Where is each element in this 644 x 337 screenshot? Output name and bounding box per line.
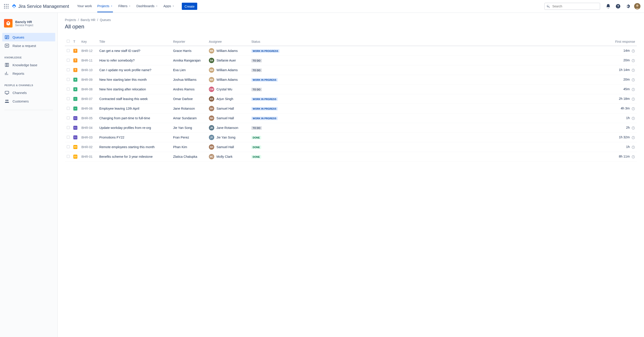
breadcrumb-project[interactable]: Bancly HR: [80, 18, 95, 22]
sidebar-item-customers[interactable]: Customers: [2, 97, 55, 105]
issue-title[interactable]: Promotions FY22: [99, 136, 124, 139]
col-header-assignee[interactable]: Assignee: [207, 38, 250, 46]
row-checkbox[interactable]: [67, 97, 70, 100]
table-row[interactable]: BHR-02 Remote employees starting this mo…: [65, 142, 637, 152]
sidebar-item-label: Channels: [12, 91, 26, 95]
nav-projects[interactable]: Projects: [94, 0, 116, 13]
header-icons: ?: [605, 3, 640, 10]
settings-icon[interactable]: [624, 3, 632, 10]
table-row[interactable]: BHR-04 Update workday profiles from re-o…: [65, 123, 637, 133]
table-row[interactable]: BHR-03 Promotions FY22 Fran Perez JYJie …: [65, 133, 637, 142]
issue-key[interactable]: BHR-11: [82, 59, 92, 62]
clock-icon: [632, 145, 635, 149]
row-checkbox[interactable]: [67, 59, 70, 62]
issue-key[interactable]: BHR-09: [82, 78, 92, 82]
table-row[interactable]: ? BHR-11 How to refer somebody? Annika R…: [65, 56, 637, 65]
sidebar-item-label: Queues: [12, 35, 24, 39]
issue-key[interactable]: BHR-07: [82, 97, 92, 101]
search-box[interactable]: [544, 3, 600, 10]
col-header-key[interactable]: Key: [80, 38, 98, 46]
issue-key[interactable]: BHR-08: [82, 88, 92, 91]
table-row[interactable]: ? BHR-10 Can I update my work profile na…: [65, 65, 637, 75]
issue-key[interactable]: BHR-10: [82, 68, 92, 72]
row-checkbox[interactable]: [67, 88, 70, 91]
issue-title[interactable]: Can I update my work profile name?: [99, 68, 152, 72]
row-checkbox[interactable]: [67, 155, 70, 158]
table-row[interactable]: ? BHR-12 Can get a new staff ID card? Gr…: [65, 46, 637, 56]
row-checkbox[interactable]: [67, 145, 70, 148]
breadcrumb-queues[interactable]: Queues: [100, 18, 111, 22]
table-row[interactable]: + BHR-08 New hire starting after relocat…: [65, 85, 637, 94]
row-checkbox[interactable]: [67, 107, 70, 110]
nav-dashboards-label: Dashboards: [136, 4, 154, 8]
nav-your-work[interactable]: Your work: [74, 0, 94, 13]
issue-key[interactable]: BHR-06: [82, 107, 92, 110]
first-response-cell: 1h: [288, 142, 637, 152]
user-avatar: SH: [209, 144, 214, 150]
breadcrumb-projects[interactable]: Projects: [65, 18, 76, 22]
issue-title[interactable]: Benefits scheme for 3 year milestone: [99, 155, 153, 158]
issue-title[interactable]: New hire starting later this month: [99, 78, 147, 82]
nav-filters[interactable]: Filters: [116, 0, 134, 13]
issue-key[interactable]: BHR-03: [82, 136, 92, 139]
sidebar-item-raise-request[interactable]: Raise a request: [2, 41, 55, 50]
table-row[interactable]: BHR-01 Benefits scheme for 3 year milest…: [65, 152, 637, 162]
table-row[interactable]: − BHR-07 Contracted staff leaving this w…: [65, 94, 637, 104]
svg-point-5: [8, 6, 8, 7]
jira-logo-icon: [12, 4, 16, 9]
search-input[interactable]: [552, 5, 598, 8]
sidebar-item-queues[interactable]: Queues: [2, 33, 55, 41]
col-header-status[interactable]: Status: [250, 38, 288, 46]
sidebar-item-reports[interactable]: Reports: [2, 69, 55, 78]
help-icon[interactable]: ?: [614, 3, 622, 10]
issue-title[interactable]: Changing from part-time to full-time: [99, 116, 150, 120]
row-checkbox[interactable]: [67, 68, 70, 71]
project-header[interactable]: Bancly HR Service Project: [2, 17, 55, 29]
col-header-type[interactable]: T: [72, 38, 80, 46]
queue-icon: [4, 35, 10, 40]
profile-avatar[interactable]: [634, 3, 640, 10]
clock-icon: [632, 155, 635, 159]
issue-key[interactable]: BHR-02: [82, 145, 92, 149]
row-checkbox[interactable]: [67, 126, 70, 129]
select-all-checkbox[interactable]: [67, 40, 70, 43]
row-checkbox[interactable]: [67, 78, 70, 81]
issue-title[interactable]: Update workday profiles from re-org: [99, 126, 151, 130]
issue-title[interactable]: How to refer somebody?: [99, 59, 134, 62]
svg-point-8: [8, 8, 8, 9]
issue-type-change-icon: [73, 135, 77, 139]
sidebar-item-label: Reports: [12, 72, 24, 75]
issue-title[interactable]: Contracted staff leaving this week: [99, 97, 148, 101]
nav-dashboards[interactable]: Dashboards: [134, 0, 161, 13]
col-header-title[interactable]: Title: [98, 38, 171, 46]
sidebar-item-knowledge-base[interactable]: Knowledge base: [2, 61, 55, 69]
row-checkbox[interactable]: [67, 136, 70, 139]
issue-title[interactable]: Employee leaving 12th April: [99, 107, 139, 110]
row-checkbox[interactable]: [67, 49, 70, 52]
user-avatar: AS: [209, 96, 214, 102]
row-checkbox[interactable]: [67, 116, 70, 120]
col-header-first-response[interactable]: First response: [288, 38, 637, 46]
notifications-icon[interactable]: [605, 3, 612, 10]
table-row[interactable]: + BHR-09 New hire starting later this mo…: [65, 75, 637, 85]
product-logo[interactable]: Jira Service Management: [12, 4, 69, 9]
sidebar-item-channels[interactable]: Channels: [2, 88, 55, 97]
issue-title[interactable]: Can get a new staff ID card?: [99, 49, 140, 53]
table-row[interactable]: BHR-05 Changing from part-time to full-t…: [65, 113, 637, 123]
issue-type-question-icon: ?: [73, 68, 77, 72]
issue-key[interactable]: BHR-05: [82, 116, 92, 120]
app-switcher-icon[interactable]: [4, 4, 9, 9]
clock-icon: [632, 107, 635, 111]
issue-key[interactable]: BHR-01: [82, 155, 92, 158]
issue-type-change-icon: [73, 116, 77, 120]
issue-title[interactable]: New hire starting after relocation: [99, 88, 146, 91]
table-row[interactable]: − BHR-06 Employee leaving 12th April Jan…: [65, 104, 637, 113]
user-avatar: CW: [209, 87, 214, 92]
issue-title[interactable]: Remote employees starting this month: [99, 145, 154, 149]
col-header-reporter[interactable]: Reporter: [171, 38, 207, 46]
assignee-cell: ASArjun Singh: [209, 96, 248, 102]
nav-apps[interactable]: Apps: [161, 0, 177, 13]
issue-key[interactable]: BHR-12: [82, 49, 92, 53]
issue-key[interactable]: BHR-04: [82, 126, 92, 130]
create-button[interactable]: Create: [182, 3, 197, 10]
